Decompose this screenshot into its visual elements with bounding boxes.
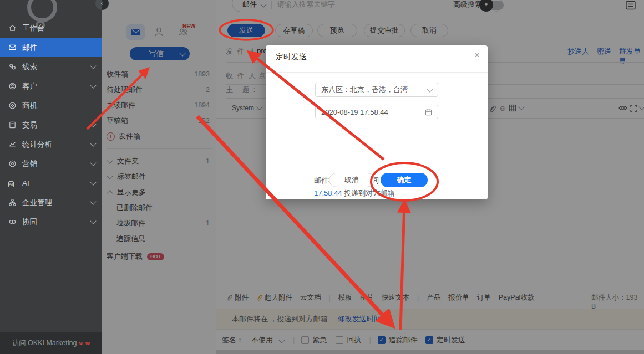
org-chart-icon [8, 198, 17, 207]
modal-title: 定时发送 [276, 52, 307, 62]
main-sidebar: 工作台 邮件 线索 客户 商机 交易 [0, 0, 102, 354]
chevron-down-icon [90, 160, 96, 166]
nav-item-ai[interactable]: AI AI [0, 173, 102, 193]
nav-item-customers[interactable]: 客户 [0, 76, 102, 96]
analytics-icon [8, 140, 17, 148]
chevron-down-icon [90, 198, 96, 204]
datetime-input[interactable]: 2020-08-19 17:58:44 [315, 105, 438, 119]
calendar-icon [425, 109, 432, 116]
nav-item-deals[interactable]: 交易 [0, 115, 102, 135]
chevron-down-icon [90, 218, 96, 224]
nav-label: 营销 [22, 159, 91, 169]
nav-item-workbench[interactable]: 工作台 [0, 18, 102, 38]
nav-label: 线索 [22, 62, 91, 72]
collaboration-icon [8, 218, 17, 226]
mail-icon [8, 43, 17, 52]
main-nav: 工作台 邮件 线索 客户 商机 交易 [0, 18, 102, 232]
nav-label: 工作台 [22, 23, 95, 33]
timezone-select[interactable]: 东八区：北京，香港，台湾 [315, 83, 438, 97]
new-badge: NEW [78, 341, 90, 346]
chevron-down-icon [90, 82, 96, 88]
nav-item-opportunities[interactable]: 商机 [0, 96, 102, 115]
deals-icon [8, 121, 17, 129]
chevron-down-icon [427, 86, 433, 92]
app-window: 工作台 邮件 线索 客户 商机 交易 [0, 0, 644, 354]
datetime-value: 2020-08-19 17:58:44 [321, 108, 388, 116]
modal-ok-button[interactable]: 确定 [381, 173, 428, 187]
nav-label: 邮件 [22, 43, 95, 53]
nav-label: 协同 [22, 217, 91, 227]
leads-icon [8, 63, 17, 71]
nav-label: 商机 [22, 101, 95, 111]
nav-item-leads[interactable]: 线索 [0, 57, 102, 76]
nav-label: 统计分析 [22, 140, 91, 150]
close-icon[interactable]: × [474, 50, 480, 61]
chevron-down-icon [90, 140, 96, 146]
footer-link-label: 访问 OKKI Marketing [12, 338, 77, 348]
timezone-value: 东八区：北京，香港，台湾 [321, 85, 408, 95]
marketing-footer-link[interactable]: 访问 OKKI Marketing NEW [0, 332, 102, 354]
chevron-down-icon [90, 63, 96, 69]
nav-item-enterprise[interactable]: 企业管理 [0, 193, 102, 212]
chevron-down-icon [90, 179, 96, 185]
nav-label: 交易 [22, 120, 91, 130]
schedule-send-modal: 定时发送 × 东八区：北京，香港，台湾 2020-08-19 17:58:44 … [266, 45, 488, 199]
chevron-down-icon [90, 121, 96, 127]
nav-item-marketing[interactable]: 营销 [0, 154, 102, 173]
opportunity-icon [8, 101, 17, 110]
divider [266, 72, 488, 73]
nav-label: 客户 [22, 81, 91, 91]
nav-item-analytics[interactable]: 统计分析 [0, 135, 102, 154]
nav-label: AI [22, 179, 91, 187]
customers-icon [8, 82, 17, 90]
home-icon [8, 24, 17, 32]
nav-item-mail[interactable]: 邮件 [0, 38, 102, 57]
modal-cancel-button[interactable]: 取消 [329, 173, 374, 187]
nav-item-collaboration[interactable]: 协同 [0, 212, 102, 232]
nav-label: 企业管理 [22, 198, 91, 208]
marketing-icon [8, 160, 17, 168]
ai-icon: AI [8, 179, 17, 187]
